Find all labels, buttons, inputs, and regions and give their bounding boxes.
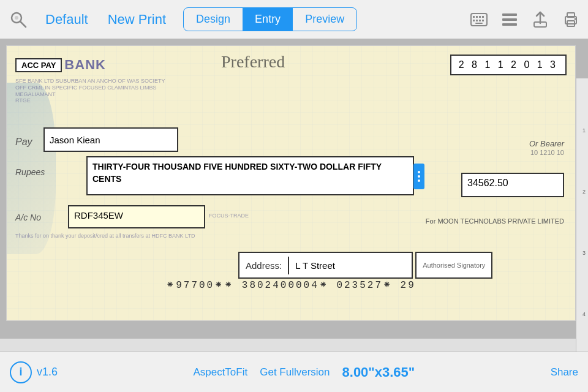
version-label: v1.6 xyxy=(37,366,58,379)
bottom-center: AspectToFit Get Fullversion 8.00"x3.65" xyxy=(58,364,551,380)
share-icon[interactable] xyxy=(529,9,551,31)
svg-rect-10 xyxy=(479,20,481,21)
tab-group: Design Entry Preview xyxy=(183,7,357,31)
tab-design[interactable]: Design xyxy=(184,8,243,31)
svg-point-20 xyxy=(575,18,576,20)
check-date: 2 8 1 1 2 0 1 3 xyxy=(450,55,567,75)
dimensions-label: 8.00"x3.65" xyxy=(342,364,415,380)
bottom-ruler: // We'll generate this with inline style… xyxy=(0,338,576,352)
tab-preview[interactable]: Preview xyxy=(293,8,356,31)
bank-preferred-logo: Preferred xyxy=(221,52,285,72)
payee-value: Jason Kiean xyxy=(45,129,177,151)
svg-rect-8 xyxy=(473,20,475,21)
logo-icon[interactable] xyxy=(6,7,31,32)
svg-rect-15 xyxy=(502,23,517,26)
acc-pay-label: ACC PAY xyxy=(15,58,62,72)
tab-entry[interactable]: Entry xyxy=(243,8,293,31)
default-button[interactable]: Default xyxy=(40,9,93,30)
toolbar: Default New Print Design Entry Preview xyxy=(0,0,588,39)
svg-rect-11 xyxy=(482,20,484,21)
drag-handle[interactable] xyxy=(413,164,424,189)
get-fullversion-button[interactable]: Get Fullversion xyxy=(260,366,330,379)
svg-rect-14 xyxy=(502,18,517,21)
aspect-to-fit-button[interactable]: AspectToFit xyxy=(193,366,247,379)
rupees-label: Rupees xyxy=(15,167,45,177)
micr-line: ⁕97700⁕⁕ 3802400004⁕ 023527⁕ 29 xyxy=(7,279,575,291)
ac-number-value: RDF345EW xyxy=(69,206,204,224)
right-ruler: 1 2 3 4 xyxy=(576,78,588,352)
share-button[interactable]: Share xyxy=(551,366,578,379)
amount-number-field[interactable]: 34562.50 xyxy=(461,173,564,197)
signature-box: Authorised Signatory xyxy=(415,252,492,279)
or-bearer: Or Bearer xyxy=(529,139,564,148)
svg-rect-5 xyxy=(476,16,478,18)
svg-line-1 xyxy=(20,21,26,27)
acc-pay-area: ACC PAY BANK xyxy=(15,57,106,73)
check-small-text-1: SFE BANK LTD SUBURBAN AN ANCHO OF WAS SO… xyxy=(15,78,187,104)
bank-name: BANK xyxy=(64,57,106,73)
address-value: L T Street xyxy=(289,257,412,274)
check-area: ACC PAY BANK Preferred 2 8 1 1 2 0 1 3 S… xyxy=(6,45,576,321)
svg-rect-13 xyxy=(502,13,517,16)
address-wrapper: Address: L T Street Authorised Signatory xyxy=(238,252,492,279)
print-icon[interactable] xyxy=(560,9,582,31)
svg-rect-9 xyxy=(476,20,478,21)
pay-label: Pay xyxy=(15,137,32,148)
amount-number-value: 34562.50 xyxy=(462,174,563,192)
ac-number-field[interactable]: RDF345EW xyxy=(68,205,205,228)
svg-rect-7 xyxy=(482,16,484,18)
info-button[interactable]: i xyxy=(10,361,32,383)
amount-words-field[interactable]: THIRTY-FOUR THOUSAND FIVE HUNDRED SIXTY-… xyxy=(86,156,414,195)
address-field[interactable]: Address: L T Street xyxy=(238,252,413,279)
new-print-button[interactable]: New Print xyxy=(103,9,171,30)
svg-rect-4 xyxy=(473,16,475,18)
amount-words-value: THIRTY-FOUR THOUSAND FIVE HUNDRED SIXTY-… xyxy=(88,157,413,189)
list-icon[interactable] xyxy=(499,9,521,31)
keyboard-icon[interactable] xyxy=(468,9,490,31)
bottom-bar: i v1.6 AspectToFit Get Fullversion 8.00"… xyxy=(0,352,588,392)
check-small-text-2: FOCUS-TRADE xyxy=(209,213,249,219)
or-bearer-sub: 10 1210 10 xyxy=(530,149,564,156)
svg-point-2 xyxy=(15,16,18,20)
check-small-text-3: Thanks for on thank your deposit/cred at… xyxy=(15,233,383,239)
main-content: 1 2 3 4 ACC PAY BANK Preferred 2 8 1 1 2… xyxy=(0,39,588,352)
toolbar-right-icons xyxy=(468,9,582,31)
address-label-text: Address: xyxy=(239,257,289,274)
for-label: For MOON TECHNOLABS PRIVATE LIMITED xyxy=(426,217,564,225)
svg-rect-12 xyxy=(475,23,483,24)
ac-label: A/c No xyxy=(15,213,41,222)
payee-field[interactable]: Jason Kiean xyxy=(43,127,178,152)
svg-rect-6 xyxy=(479,16,481,18)
